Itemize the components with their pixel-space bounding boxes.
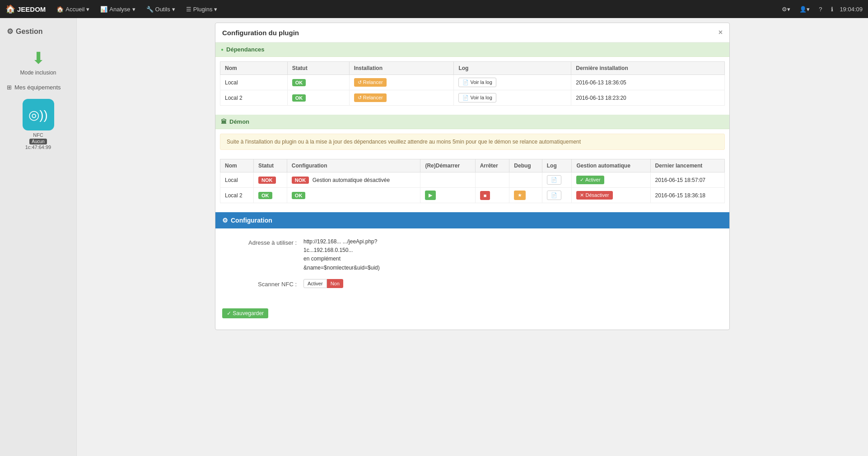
demon-config-2: OK (287, 188, 420, 203)
scanner-non-btn[interactable]: Non (327, 279, 343, 288)
configuration-title: Configuration (231, 217, 272, 224)
dep-nom-2: Local 2 (220, 90, 288, 106)
nfc-card[interactable]: ◎)) NFC Aucun 1c:47:64:99 (0, 94, 76, 154)
analyse-icon: 📊 (100, 6, 107, 13)
demon-col-dernier: Dernier lancement (650, 159, 724, 172)
demon-debug-1 (509, 172, 542, 188)
table-row: Local 2 OK ↺ Relancer 📄 Voir la log 2016… (220, 90, 725, 106)
demon-alert: Suite à l'installation du plugin ou à la… (220, 134, 725, 150)
relancer-btn-1[interactable]: ↺ Relancer (354, 78, 387, 87)
demon-table: Nom Statut Configuration (Re)Démarrer Ar… (220, 159, 725, 203)
dep-log-1: 📄 Voir la log (454, 75, 571, 90)
demon-debug-2: ★ (509, 188, 542, 203)
configuration-body: Adresse à utiliser : http://192.168... .… (215, 228, 729, 304)
demon-col-gestion: Gestion automatique (572, 159, 650, 172)
configuration-section: ⚙ Configuration Adresse à utiliser : htt… (215, 212, 729, 325)
scanner-label: Scanner NFC : (224, 279, 297, 288)
adresse-value: http://192.168... .../jeeApi.php? 1c...1… (303, 237, 380, 272)
nav-plugins[interactable]: ☰ Plugins ▾ (182, 3, 222, 15)
demon-log-1: 📄 (542, 172, 572, 188)
table-row: Local OK ↺ Relancer 📄 Voir la log 2016-0… (220, 75, 725, 90)
brand-label: JEEDOM (17, 5, 46, 13)
demon-gestion-2: ✕ Désactiver (572, 188, 650, 203)
save-area: ✓ Sauvegarder (215, 304, 729, 325)
settings-icon[interactable]: ⚙▾ (779, 4, 793, 14)
grid-icon: ⊞ (7, 84, 12, 91)
demon-config-1: NOK Gestion automatique désactivée (287, 172, 420, 188)
close-button[interactable]: × (719, 28, 723, 37)
nfc-address: 1c:47:64:99 (25, 144, 51, 150)
sidebar-item-mes-equipements[interactable]: ⊞ Mes équipements (0, 80, 76, 94)
info-icon[interactable]: ℹ (828, 4, 836, 14)
config-icon: ⚙ (222, 217, 228, 224)
arreter-btn-2[interactable]: ■ (480, 191, 490, 200)
mode-inclusion-label: Mode inclusion (20, 70, 56, 76)
demon-title: Démon (229, 118, 249, 125)
demon-header: 🏛 Démon (215, 115, 729, 129)
gear-icon: ⚙ (7, 27, 13, 36)
scanner-row: Scanner NFC : Activer Non (224, 279, 720, 288)
table-row: Local 2 OK OK ▶ ■ (220, 188, 725, 203)
dep-statut-2: OK (287, 90, 349, 106)
configuration-header: ⚙ Configuration (215, 212, 729, 228)
demon-statut-1: NOK (254, 172, 287, 188)
help-icon[interactable]: ? (816, 4, 825, 14)
activer-btn-1[interactable]: ✓ Activer (576, 176, 604, 184)
panel-title: Configuration du plugin (222, 29, 299, 37)
sidebar: ⚙ Gestion ⬇ Mode inclusion ⊞ Mes équipem… (0, 18, 77, 456)
status-dot: ● (221, 47, 224, 52)
nfc-badge: Aucun (29, 139, 47, 144)
log-icon-btn-1[interactable]: 📄 (547, 175, 561, 185)
navbar-right: ⚙▾ 👤▾ ? ℹ 19:04:09 (779, 4, 863, 14)
adresse-row: Adresse à utiliser : http://192.168... .… (224, 237, 720, 272)
table-row: Local NOK NOK Gestion automatique désact… (220, 172, 725, 188)
sidebar-item-mode-inclusion[interactable]: ⬇ Mode inclusion (0, 42, 76, 80)
demon-col-config: Configuration (287, 159, 420, 172)
demon-col-arreter: Arrêter (475, 159, 509, 172)
main: Configuration du plugin × ● Dépendances (77, 18, 868, 456)
log-icon-btn-2[interactable]: 📄 (547, 191, 561, 200)
user-icon[interactable]: 👤▾ (797, 4, 812, 14)
voir-log-btn-1[interactable]: 📄 Voir la log (458, 78, 496, 87)
nav-accueil[interactable]: 🏠 Accueil ▾ (52, 3, 94, 15)
demon-date-1: 2016-06-15 18:57:07 (650, 172, 724, 188)
panel-body: ● Dépendances Nom Statut Installation Lo… (215, 42, 729, 330)
demon-table-wrapper: Nom Statut Configuration (Re)Démarrer Ar… (215, 154, 729, 208)
scanner-value: Activer Non (303, 279, 343, 288)
layout: ⚙ Gestion ⬇ Mode inclusion ⊞ Mes équipem… (0, 18, 868, 456)
demon-gestion-1: ✓ Activer (572, 172, 650, 188)
demon-col-redemarrer: (Re)Démarrer (420, 159, 475, 172)
relancer-btn-2[interactable]: ↺ Relancer (354, 93, 387, 102)
demon-log-2: 📄 (542, 188, 572, 203)
clock: 19:04:09 (840, 6, 863, 13)
scanner-activer-btn[interactable]: Activer (303, 279, 327, 288)
brand-icon: 🏠 (5, 4, 15, 14)
col-derniere: Dernière installation (571, 62, 725, 75)
debug-btn-2[interactable]: ★ (514, 191, 526, 200)
adresse-label: Adresse à utiliser : (224, 237, 297, 246)
dependances-section: ● Dépendances Nom Statut Installation Lo… (215, 42, 729, 110)
dependances-title: Dépendances (226, 46, 265, 53)
brand[interactable]: 🏠 JEEDOM (5, 4, 46, 14)
voir-log-btn-2[interactable]: 📄 Voir la log (458, 93, 496, 102)
col-statut: Statut (287, 62, 349, 75)
demon-redemarrer-2: ▶ (420, 188, 475, 203)
demon-nom-1: Local (220, 172, 254, 188)
navbar: 🏠 JEEDOM 🏠 Accueil ▾ 📊 Analyse ▾ 🔧 Outil… (0, 0, 868, 18)
download-icon: ⬇ (27, 47, 50, 70)
save-button[interactable]: ✓ Sauvegarder (222, 308, 268, 318)
dependances-table-wrapper: Nom Statut Installation Log Dernière ins… (215, 57, 729, 110)
dep-install-2: ↺ Relancer (349, 90, 454, 106)
demon-nom-2: Local 2 (220, 188, 254, 203)
plugin-config-panel: Configuration du plugin × ● Dépendances (215, 23, 730, 330)
col-log: Log (454, 62, 571, 75)
dependances-table: Nom Statut Installation Log Dernière ins… (220, 61, 725, 106)
desactiver-btn-2[interactable]: ✕ Désactiver (576, 191, 612, 200)
redemarrer-btn-2[interactable]: ▶ (425, 191, 436, 200)
nav-outils[interactable]: 🔧 Outils ▾ (142, 3, 180, 15)
nav-analyse[interactable]: 📊 Analyse ▾ (96, 3, 140, 15)
demon-section: 🏛 Démon Suite à l'installation du plugin… (215, 115, 729, 208)
demon-col-debug: Debug (509, 159, 542, 172)
dep-statut-1: OK (287, 75, 349, 90)
dep-date-1: 2016-06-13 18:36:05 (571, 75, 725, 90)
